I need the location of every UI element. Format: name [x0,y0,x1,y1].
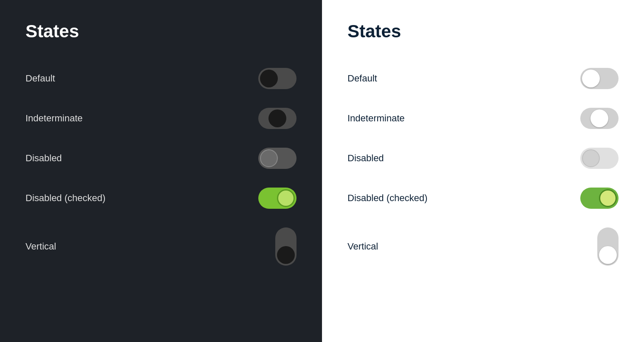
light-disabled-label: Disabled [347,153,384,164]
light-disabled-checked-toggle [580,188,619,209]
light-indeterminate-thumb [590,109,608,127]
dark-vertical-row: Vertical [25,218,297,275]
dark-disabled-toggle [258,148,297,169]
light-vertical-thumb [599,246,617,264]
dark-disabled-row: Disabled [25,138,297,178]
light-disabled-checked-row: Disabled (checked) [347,178,619,218]
light-disabled-checked-label: Disabled (checked) [347,193,427,204]
dark-indeterminate-thumb [268,109,286,127]
dark-vertical-thumb [277,246,295,264]
dark-default-toggle[interactable] [258,68,297,89]
light-disabled-thumb [582,149,600,167]
dark-panel: States Default Indeterminate Disabled Di… [0,0,322,342]
light-default-toggle[interactable] [580,68,619,89]
dark-vertical-toggle[interactable] [275,227,297,266]
dark-default-thumb [260,70,278,87]
dark-default-label: Default [25,73,55,84]
dark-disabled-thumb [260,149,278,167]
dark-indeterminate-toggle[interactable] [258,108,297,129]
light-disabled-toggle [580,148,619,169]
dark-indeterminate-label: Indeterminate [25,113,83,124]
light-indeterminate-label: Indeterminate [347,113,405,124]
dark-default-row: Default [25,59,297,98]
light-vertical-row: Vertical [347,218,619,275]
dark-disabled-checked-toggle [258,188,297,209]
dark-disabled-label: Disabled [25,153,62,164]
light-disabled-checked-thumb [599,189,617,207]
dark-vertical-label: Vertical [25,241,56,252]
light-default-thumb [582,70,600,87]
light-default-row: Default [347,59,619,98]
light-disabled-row: Disabled [347,138,619,178]
light-vertical-toggle[interactable] [597,227,619,266]
light-vertical-label: Vertical [347,241,378,252]
light-panel: States Default Indeterminate Disabled Di… [322,0,644,342]
light-panel-title: States [347,21,619,42]
dark-disabled-checked-thumb [277,189,295,207]
dark-disabled-checked-row: Disabled (checked) [25,178,297,218]
dark-indeterminate-row: Indeterminate [25,98,297,138]
light-default-label: Default [347,73,377,84]
dark-panel-title: States [25,21,297,42]
light-indeterminate-row: Indeterminate [347,98,619,138]
light-indeterminate-toggle[interactable] [580,108,619,129]
dark-disabled-checked-label: Disabled (checked) [25,193,105,204]
